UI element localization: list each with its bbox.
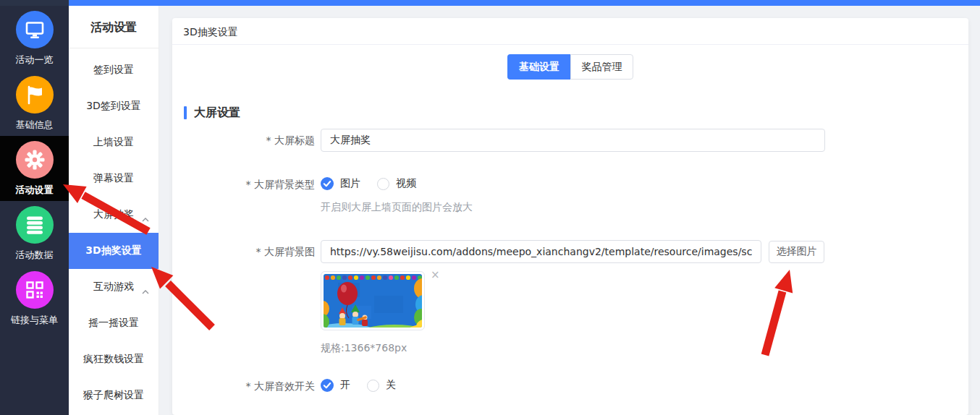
sidebar-item-label: 基础信息 [16,119,54,132]
background-type-hint: 开启则大屏上墙页面的图片会放大 [321,200,968,214]
tab-prize-management[interactable]: 奖品管理 [570,54,633,80]
section-title: 大屏设置 [184,106,968,119]
database-icon [16,206,54,244]
radio-sound-off[interactable]: 关 [367,379,396,392]
sidebar-item-label: 活动一览 [16,54,54,67]
settings-menu: 签到设置 3D签到设置 上墙设置 弹幕设置 大屏抽奖 3D抽奖设置 互动游戏 摇… [69,48,159,414]
background-image-thumbnail[interactable] [321,271,425,330]
qrcode-icon [16,271,54,309]
sidebar-item-activity-overview[interactable]: 活动一览 [0,6,69,71]
settings-sidebar-title: 活动设置 [69,6,159,48]
radio-unchecked-icon [367,380,379,392]
sound-switch-label: * 大屏音效开关 [172,379,315,393]
top-bar-corner [0,0,69,6]
top-bar [69,0,980,6]
settings-card: 3D抽奖设置 基础设置 奖品管理 大屏设置 * 大屏标题 * 大屏背景类型 图片 [172,18,968,415]
sidebar-item-activity-data[interactable]: 活动数据 [0,201,69,266]
radio-image[interactable]: 图片 [321,177,360,190]
sidebar-item-label: 活动数据 [16,249,54,262]
sidebar-item-activity-settings[interactable]: 活动设置 [0,136,69,201]
chevron-up-icon [142,213,149,224]
radio-unchecked-icon [377,178,389,190]
remove-image-icon[interactable]: × [431,270,440,281]
sound-switch-row: * 大屏音效开关 开 关 [172,379,968,393]
card-title: 3D抽奖设置 [172,18,968,45]
choose-image-button[interactable]: 选择图片 [769,241,824,263]
screen-title-row: * 大屏标题 [172,129,968,152]
screen-title-label: * 大屏标题 [172,129,315,152]
menu-item-monkey-climb[interactable]: 猴子爬树设置 [69,377,159,414]
background-image-row: * 大屏背景图 选择图片 [172,240,968,263]
thumbnail-row: × [321,271,968,330]
background-type-row: * 大屏背景类型 图片 视频 [172,177,968,192]
background-image-label: * 大屏背景图 [172,240,315,263]
chevron-up-icon [142,285,149,296]
menu-item-screen-lottery[interactable]: 大屏抽奖 [69,197,159,233]
menu-item-shake[interactable]: 摇一摇设置 [69,305,159,341]
tab-group: 基础设置 奖品管理 [172,54,968,80]
background-type-label: * 大屏背景类型 [172,177,315,192]
menu-item-3d-signin[interactable]: 3D签到设置 [69,88,159,124]
background-image-url-input[interactable] [321,240,761,263]
flag-icon [16,76,54,114]
tab-basic-settings[interactable]: 基础设置 [507,54,570,80]
sidebar-item-label: 链接与菜单 [11,314,58,327]
section-accent-bar [184,106,187,119]
menu-item-danmu[interactable]: 弹幕设置 [69,161,159,197]
monitor-icon [16,11,54,48]
sidebar-item-links-menu[interactable]: 链接与菜单 [0,266,69,331]
menu-item-signin[interactable]: 签到设置 [69,52,159,88]
menu-item-3d-lottery[interactable]: 3D抽奖设置 [69,233,159,269]
sidebar-item-basic-info[interactable]: 基础信息 [0,71,69,136]
image-spec-text: 规格:1366*768px [321,341,968,355]
menu-item-crazy-money[interactable]: 疯狂数钱设置 [69,341,159,377]
sidebar-item-label: 活动设置 [16,184,54,197]
gear-icon [16,141,54,179]
radio-checked-icon [321,379,334,392]
screen-title-input[interactable] [321,129,825,152]
menu-item-interactive-games[interactable]: 互动游戏 [69,269,159,305]
menu-item-wall[interactable]: 上墙设置 [69,124,159,161]
main-sidebar: 活动一览 基础信息 [0,6,69,415]
settings-sidebar: 活动设置 签到设置 3D签到设置 上墙设置 弹幕设置 大屏抽奖 3D抽奖设置 互… [69,6,159,415]
radio-video[interactable]: 视频 [377,177,416,190]
radio-checked-icon [321,177,334,190]
radio-sound-on[interactable]: 开 [321,379,350,392]
